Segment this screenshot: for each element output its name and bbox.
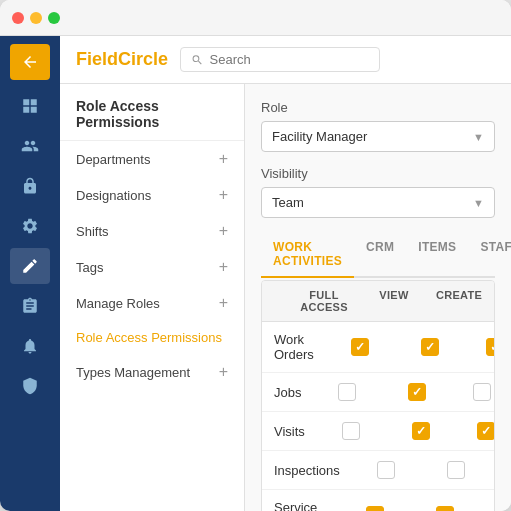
tab-crm[interactable]: CRM [354, 232, 406, 276]
left-panel: Role Access Permissions Departments + De… [60, 84, 245, 511]
sidebar-item-lock[interactable] [10, 168, 50, 204]
table-row: Service Requests [262, 490, 494, 511]
permissions-table: FULL ACCESS VIEW CREATE Work Orders [261, 280, 495, 511]
visibility-select[interactable]: Team ▼ [261, 187, 495, 218]
role-select[interactable]: Facility Manager ▼ [261, 121, 495, 152]
cell-create[interactable] [460, 322, 495, 372]
cell-create[interactable] [451, 412, 495, 450]
menu-item-types-management[interactable]: Types Management + [60, 354, 244, 390]
chevron-down-icon-2: ▼ [473, 197, 484, 209]
cell-view[interactable] [391, 412, 451, 450]
col-create: CREATE [424, 281, 494, 321]
tab-items[interactable]: ITEMS [406, 232, 468, 276]
menu-item-tags[interactable]: Tags + [60, 249, 244, 285]
menu-item-manage-roles[interactable]: Manage Roles + [60, 285, 244, 321]
checkbox-view[interactable] [447, 461, 465, 479]
sidebar-item-grid[interactable] [10, 88, 50, 124]
close-button[interactable] [12, 12, 24, 24]
sidebar-item-clipboard[interactable] [10, 288, 50, 324]
cell-view[interactable] [387, 373, 447, 411]
search-bar[interactable] [180, 47, 380, 72]
main-layout: FieldCircle Role Access Permissions Depa… [0, 36, 511, 511]
row-name: Inspections [262, 451, 346, 489]
sidebar-item-settings[interactable] [10, 208, 50, 244]
header: FieldCircle [60, 36, 511, 84]
cell-view[interactable] [426, 451, 486, 489]
checkbox-view[interactable] [436, 506, 454, 511]
cell-full-access[interactable] [307, 373, 387, 411]
search-icon [191, 53, 204, 67]
row-name: Visits [262, 412, 311, 450]
sidebar-item-users[interactable] [10, 128, 50, 164]
checkbox-view[interactable] [421, 338, 439, 356]
visibility-label: Visibility [261, 166, 495, 181]
menu-item-departments[interactable]: Departments + [60, 141, 244, 177]
sidebar-item-file-edit[interactable] [10, 248, 50, 284]
minimize-button[interactable] [30, 12, 42, 24]
col-view: VIEW [364, 281, 424, 321]
row-name: Work Orders [262, 322, 320, 372]
cell-full-access[interactable] [346, 451, 426, 489]
logo: FieldCircle [76, 49, 168, 70]
menu-item-designations[interactable]: Designations + [60, 177, 244, 213]
checkbox-create[interactable] [486, 338, 495, 356]
row-name: Jobs [262, 373, 307, 411]
role-value: Facility Manager [272, 129, 367, 144]
cell-full-access[interactable] [335, 490, 415, 511]
role-label: Role [261, 100, 495, 115]
menu-item-role-access[interactable]: Role Access Permissions [60, 321, 244, 354]
col-full-access: FULL ACCESS [284, 281, 364, 321]
checkbox-full-access[interactable] [377, 461, 395, 479]
table-row: Jobs [262, 373, 494, 412]
sidebar-item-back[interactable] [10, 44, 50, 80]
tab-work-activities[interactable]: WORK ACTIVITIES [261, 232, 354, 278]
cell-view[interactable] [415, 490, 475, 511]
checkbox-view[interactable] [408, 383, 426, 401]
app-window: FieldCircle Role Access Permissions Depa… [0, 0, 511, 511]
col-name [262, 281, 284, 321]
table-header: FULL ACCESS VIEW CREATE [262, 281, 494, 322]
row-name: Service Requests [262, 490, 335, 511]
cell-create[interactable] [486, 451, 495, 489]
table-row: Visits [262, 412, 494, 451]
checkbox-create[interactable] [473, 383, 491, 401]
maximize-button[interactable] [48, 12, 60, 24]
plus-icon-types: + [219, 363, 228, 381]
sidebar-item-shield[interactable] [10, 368, 50, 404]
chevron-down-icon: ▼ [473, 131, 484, 143]
cell-full-access[interactable] [320, 322, 400, 372]
title-bar [0, 0, 511, 36]
checkbox-view[interactable] [412, 422, 430, 440]
visibility-value: Team [272, 195, 304, 210]
cell-full-access[interactable] [311, 412, 391, 450]
plus-icon-departments: + [219, 150, 228, 168]
sidebar-item-bell[interactable] [10, 328, 50, 364]
search-input[interactable] [210, 52, 369, 67]
table-row: Inspections [262, 451, 494, 490]
checkbox-create[interactable] [477, 422, 495, 440]
plus-icon-manage-roles: + [219, 294, 228, 312]
cell-create[interactable] [447, 373, 495, 411]
right-inner: Role Facility Manager ▼ Visibility Team … [245, 84, 511, 511]
page-title: Role Access Permissions [60, 84, 244, 141]
checkbox-full-access[interactable] [342, 422, 360, 440]
right-panel: Role Facility Manager ▼ Visibility Team … [245, 84, 511, 511]
table-row: Work Orders [262, 322, 494, 373]
cell-view[interactable] [400, 322, 460, 372]
checkbox-full-access[interactable] [351, 338, 369, 356]
content-area: FieldCircle Role Access Permissions Depa… [60, 36, 511, 511]
body-split: Role Access Permissions Departments + De… [60, 84, 511, 511]
cell-create[interactable] [475, 490, 495, 511]
menu-item-shifts[interactable]: Shifts + [60, 213, 244, 249]
checkbox-full-access[interactable] [338, 383, 356, 401]
tabs: WORK ACTIVITIES CRM ITEMS STAFF ACCOUNTS [261, 232, 495, 278]
checkbox-full-access[interactable] [366, 506, 384, 511]
sidebar [0, 36, 60, 511]
logo-field: Field [76, 49, 118, 69]
plus-icon-shifts: + [219, 222, 228, 240]
plus-icon-designations: + [219, 186, 228, 204]
plus-icon-tags: + [219, 258, 228, 276]
logo-circle: Circle [118, 49, 168, 69]
tab-staff[interactable]: STAFF [468, 232, 511, 276]
